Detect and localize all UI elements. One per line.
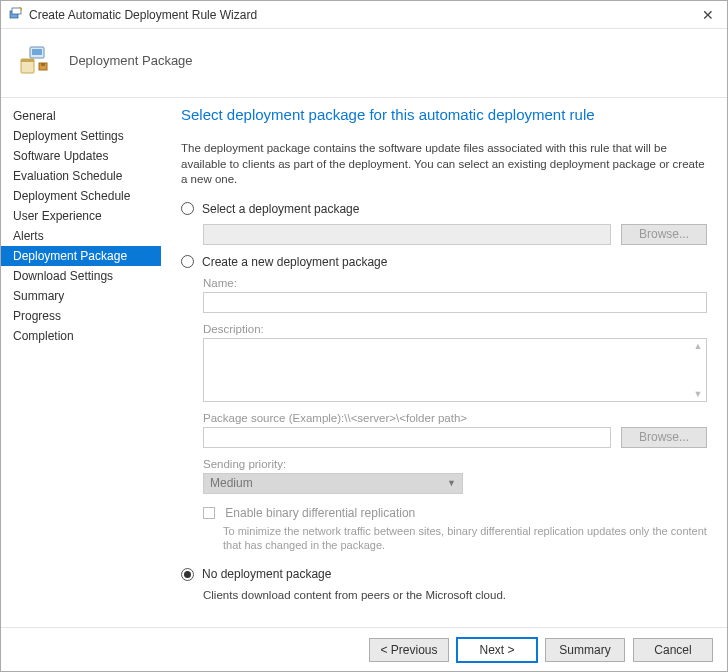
create-pkgsrc-label: Package source (Example):\\<server>\<fol…: [203, 412, 707, 424]
create-pkgsrc-input: [203, 427, 611, 448]
no-package-subtext: Clients download content from peers or t…: [203, 589, 707, 601]
binary-replication-label: Enable binary differential replication: [225, 506, 415, 520]
create-desc-label: Description:: [203, 323, 707, 335]
sidebar-item-software-updates[interactable]: Software Updates: [1, 146, 161, 166]
previous-button[interactable]: < Previous: [369, 638, 449, 662]
option-no-package-label: No deployment package: [202, 567, 331, 581]
next-button[interactable]: Next >: [457, 638, 537, 662]
page-description: The deployment package contains the soft…: [181, 141, 707, 188]
page-title: Deployment Package: [69, 53, 193, 68]
svg-rect-7: [41, 63, 45, 66]
option-no-package[interactable]: No deployment package: [181, 567, 707, 581]
create-name-label: Name:: [203, 277, 707, 289]
create-desc-textarea: ▲ ▼: [203, 338, 707, 402]
svg-rect-3: [32, 49, 42, 55]
sidebar-item-deployment-settings[interactable]: Deployment Settings: [1, 126, 161, 146]
svg-rect-1: [12, 8, 21, 14]
chevron-down-icon: ▼: [447, 478, 456, 488]
wizard-body: General Deployment Settings Software Upd…: [1, 98, 727, 627]
sidebar-item-user-experience[interactable]: User Experience: [1, 206, 161, 226]
wizard-window: Create Automatic Deployment Rule Wizard …: [0, 0, 728, 672]
window-title-area: Create Automatic Deployment Rule Wizard: [9, 6, 697, 23]
option-select-package[interactable]: Select a deployment package: [181, 202, 707, 216]
package-icon: [17, 41, 55, 79]
radio-select-package[interactable]: [181, 202, 194, 215]
sidebar-item-deployment-schedule[interactable]: Deployment Schedule: [1, 186, 161, 206]
svg-rect-5: [21, 59, 34, 62]
select-package-browse-button: Browse...: [621, 224, 707, 245]
sidebar-item-download-settings[interactable]: Download Settings: [1, 266, 161, 286]
option-create-package-label: Create a new deployment package: [202, 255, 387, 269]
window-title: Create Automatic Deployment Rule Wizard: [29, 8, 257, 22]
binary-replication-checkbox: [203, 507, 215, 519]
page-header: Deployment Package: [1, 29, 727, 98]
select-package-row: Browse...: [203, 224, 707, 245]
sidebar: General Deployment Settings Software Upd…: [1, 98, 161, 627]
create-priority-value: Medium: [210, 476, 253, 490]
sidebar-item-general[interactable]: General: [1, 106, 161, 126]
scroll-up-icon: ▲: [692, 341, 704, 351]
create-pkgsrc-browse-button: Browse...: [621, 427, 707, 448]
binary-replication-hint: To minimize the network traffic between …: [223, 524, 707, 554]
summary-button[interactable]: Summary: [545, 638, 625, 662]
footer: < Previous Next > Summary Cancel: [1, 627, 727, 671]
option-select-package-label: Select a deployment package: [202, 202, 359, 216]
close-icon[interactable]: ✕: [697, 7, 719, 23]
sidebar-item-completion[interactable]: Completion: [1, 326, 161, 346]
page-heading: Select deployment package for this autom…: [181, 106, 707, 123]
sidebar-item-alerts[interactable]: Alerts: [1, 226, 161, 246]
scroll-down-icon: ▼: [692, 389, 704, 399]
cancel-button[interactable]: Cancel: [633, 638, 713, 662]
titlebar: Create Automatic Deployment Rule Wizard …: [1, 1, 727, 29]
binary-replication-row: Enable binary differential replication: [203, 506, 707, 520]
sidebar-item-summary[interactable]: Summary: [1, 286, 161, 306]
content-pane: Select deployment package for this autom…: [161, 98, 727, 627]
sidebar-item-evaluation-schedule[interactable]: Evaluation Schedule: [1, 166, 161, 186]
option-create-package[interactable]: Create a new deployment package: [181, 255, 707, 269]
create-priority-label: Sending priority:: [203, 458, 707, 470]
create-name-input: [203, 292, 707, 313]
radio-create-package[interactable]: [181, 255, 194, 268]
radio-no-package[interactable]: [181, 568, 194, 581]
create-priority-select: Medium ▼: [203, 473, 463, 494]
wizard-icon: [9, 6, 23, 23]
sidebar-item-deployment-package[interactable]: Deployment Package: [1, 246, 161, 266]
select-package-input: [203, 224, 611, 245]
sidebar-item-progress[interactable]: Progress: [1, 306, 161, 326]
